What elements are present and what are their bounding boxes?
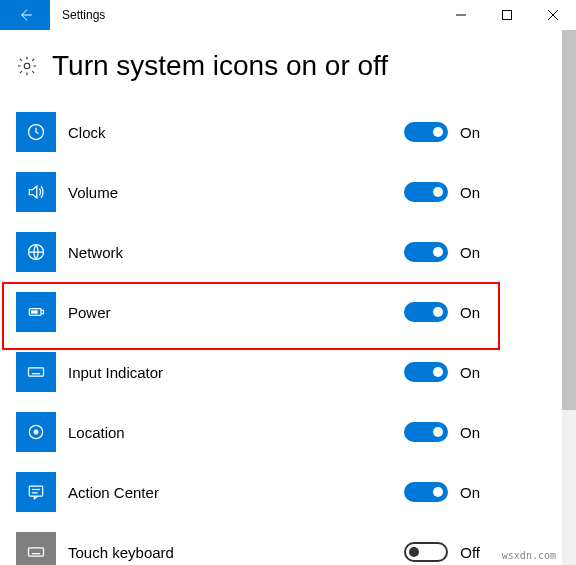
scrollbar-thumb[interactable] [562, 30, 576, 410]
maximize-icon [502, 10, 512, 20]
location-icon [26, 422, 46, 442]
page-title: Turn system icons on or off [52, 50, 388, 82]
gear-icon [16, 55, 38, 77]
setting-label: Input Indicator [68, 364, 163, 381]
watermark: wsxdn.com [502, 550, 556, 561]
setting-label: Power [68, 304, 111, 321]
action-center-icon-box [16, 472, 56, 512]
touch-keyboard-icon [26, 542, 46, 562]
toggle-switch[interactable] [404, 182, 448, 202]
setting-label: Clock [68, 124, 106, 141]
power-icon [26, 302, 46, 322]
titlebar: Settings [0, 0, 576, 30]
network-icon-box [16, 232, 56, 272]
svg-point-4 [24, 63, 30, 69]
location-icon-box [16, 412, 56, 452]
close-button[interactable] [530, 0, 576, 30]
toggle-state-label: On [460, 304, 480, 321]
toggle-switch[interactable] [404, 482, 448, 502]
setting-label: Volume [68, 184, 118, 201]
toggle-state-label: On [460, 124, 480, 141]
toggle-state-label: On [460, 424, 480, 441]
input-indicator-icon-box [16, 352, 56, 392]
volume-icon-box [16, 172, 56, 212]
minimize-button[interactable] [438, 0, 484, 30]
setting-row: Input IndicatorOn [16, 342, 560, 402]
setting-label: Location [68, 424, 125, 441]
svg-rect-21 [29, 548, 44, 556]
setting-row: ClockOn [16, 102, 560, 162]
toggle-state-label: On [460, 484, 480, 501]
toggle-switch[interactable] [404, 542, 448, 562]
setting-row: PowerOn [16, 282, 560, 342]
window-controls [438, 0, 576, 30]
setting-row: VolumeOn [16, 162, 560, 222]
toggle-knob [433, 307, 443, 317]
toggle-wrap: On [404, 182, 560, 202]
toggle-knob [433, 127, 443, 137]
maximize-button[interactable] [484, 0, 530, 30]
toggle-switch[interactable] [404, 122, 448, 142]
action-center-icon [26, 482, 46, 502]
setting-row: NetworkOn [16, 222, 560, 282]
page-header: Turn system icons on or off [0, 30, 576, 82]
svg-rect-1 [503, 11, 512, 20]
toggle-switch[interactable] [404, 362, 448, 382]
toggle-knob [433, 247, 443, 257]
setting-label: Network [68, 244, 123, 261]
toggle-knob [409, 547, 419, 557]
toggle-state-label: On [460, 244, 480, 261]
svg-rect-8 [31, 310, 38, 313]
toggle-wrap: On [404, 122, 560, 142]
close-icon [548, 10, 558, 20]
volume-icon [26, 182, 46, 202]
toggle-switch[interactable] [404, 422, 448, 442]
arrow-left-icon [17, 7, 33, 23]
setting-label: Action Center [68, 484, 159, 501]
toggle-state-label: On [460, 364, 480, 381]
toggle-knob [433, 367, 443, 377]
toggle-knob [433, 427, 443, 437]
touch-keyboard-icon-box [16, 532, 56, 565]
setting-row: Touch keyboardOff [16, 522, 560, 565]
svg-rect-18 [29, 486, 42, 496]
toggle-wrap: On [404, 302, 560, 322]
toggle-knob [433, 187, 443, 197]
minimize-icon [456, 10, 466, 20]
setting-label: Touch keyboard [68, 544, 174, 561]
toggle-switch[interactable] [404, 302, 448, 322]
settings-list: ClockOnVolumeOnNetworkOnPowerOnInput Ind… [0, 102, 576, 565]
svg-rect-9 [29, 368, 44, 376]
toggle-state-label: Off [460, 544, 480, 561]
setting-row: Action CenterOn [16, 462, 560, 522]
power-icon-box [16, 292, 56, 332]
toggle-wrap: On [404, 242, 560, 262]
back-button[interactable] [0, 0, 50, 30]
toggle-wrap: On [404, 362, 560, 382]
input-indicator-icon [26, 362, 46, 382]
clock-icon [26, 122, 46, 142]
toggle-switch[interactable] [404, 242, 448, 262]
window-title: Settings [62, 8, 105, 22]
toggle-knob [433, 487, 443, 497]
svg-point-17 [34, 430, 39, 435]
toggle-wrap: On [404, 482, 560, 502]
toggle-wrap: On [404, 422, 560, 442]
network-icon [26, 242, 46, 262]
toggle-state-label: On [460, 184, 480, 201]
setting-row: LocationOn [16, 402, 560, 462]
clock-icon-box [16, 112, 56, 152]
